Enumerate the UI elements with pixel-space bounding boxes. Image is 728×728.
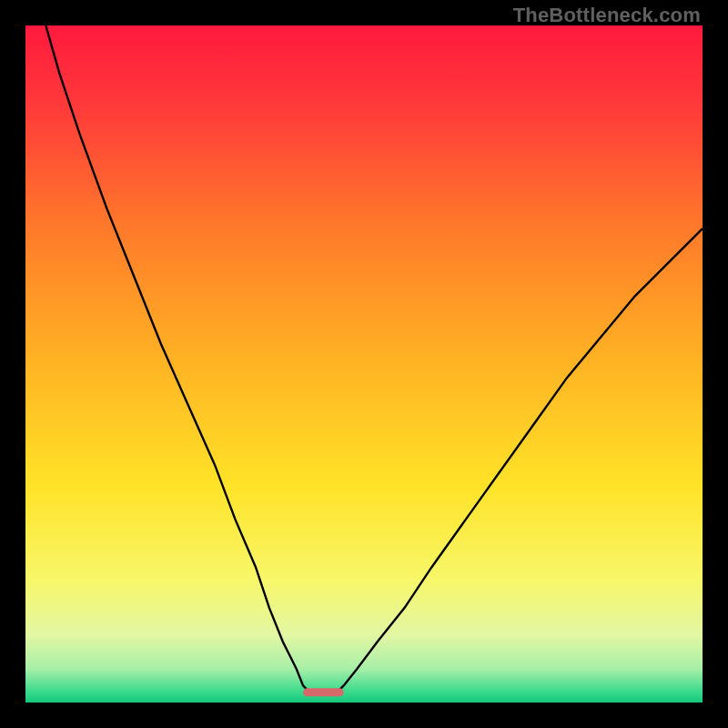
bottleneck-chart xyxy=(25,25,703,703)
outer-frame: TheBottleneck.com xyxy=(0,0,728,728)
minimum-marker xyxy=(303,688,344,696)
gradient-background xyxy=(25,25,703,703)
plot-area xyxy=(25,25,703,703)
watermark-text: TheBottleneck.com xyxy=(513,4,701,27)
